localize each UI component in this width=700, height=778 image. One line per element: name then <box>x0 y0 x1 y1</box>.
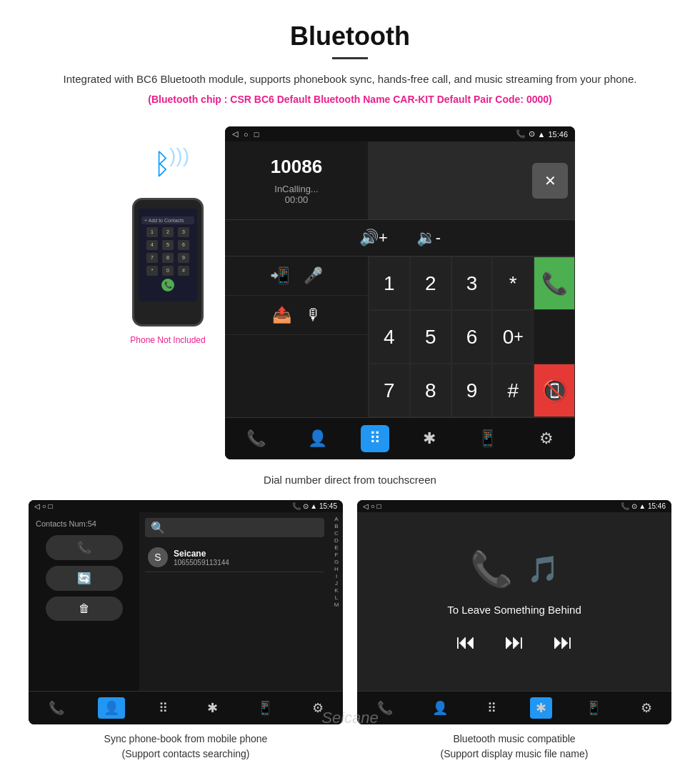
status-time: 15:46 <box>548 130 568 139</box>
key-3[interactable]: 3 <box>451 256 493 310</box>
bluetooth-icon-wrapper: ᛒ ))) <box>146 141 189 191</box>
contact-search-input[interactable] <box>165 523 307 533</box>
key-star[interactable]: * <box>492 256 534 310</box>
music-caption-text: Bluetooth music compatible(Support displ… <box>441 733 589 759</box>
key-7[interactable]: 7 <box>369 364 410 417</box>
keypad-left-row2: 📤 🎙 <box>225 296 368 335</box>
transfer-call-icon[interactable]: 📲 <box>270 266 289 285</box>
bottom-section: ◁ ○ □ 📞 ⊙ ▲ 15:45 Contacts Num:54 📞 🔄 🗑 <box>0 500 700 762</box>
nav-bluetooth-btn[interactable]: ✱ <box>414 425 444 452</box>
music-bottom-nav: 📞 👤 ⠿ ✱ 📱 ⚙ <box>357 691 671 724</box>
phone-key-0: 0 <box>162 266 174 276</box>
m-nav-keypad[interactable]: ⠿ <box>481 697 502 719</box>
c-nav-bluetooth[interactable]: ✱ <box>201 697 224 719</box>
call-green-button[interactable]: 📞 <box>534 256 575 310</box>
mic2-icon[interactable]: 🎙 <box>306 306 321 324</box>
location-icon: ⊙ <box>529 129 535 139</box>
alpha-j[interactable]: J <box>335 580 338 587</box>
nav-call-btn[interactable]: 📞 <box>238 425 274 452</box>
phone-out-icon[interactable]: 📤 <box>272 306 291 324</box>
c-nav-call[interactable]: 📞 <box>43 697 70 719</box>
nav-contacts-btn[interactable]: 👤 <box>299 425 336 452</box>
music-controls: ⏮ ⏭ ⏭ <box>456 630 573 654</box>
nav-keypad-btn[interactable]: ⠿ <box>361 425 389 452</box>
music-time: 15:46 <box>648 502 666 510</box>
android-dial-screen: ◁ ○ □ 📞 ⊙ ▲ 15:46 10086 InCalling... 00:… <box>225 126 575 459</box>
phone-image: + Add to Contacts 1 2 3 4 5 6 7 8 9 * <box>132 198 204 326</box>
phone-key-6: 6 <box>178 240 189 250</box>
contacts-status-bar: ◁ ○ □ 📞 ⊙ ▲ 15:45 <box>29 500 343 512</box>
alpha-m[interactable]: M <box>334 602 339 608</box>
keypad-area: 📲 🎤 📤 🎙 1 2 3 * 📞 4 5 <box>225 256 575 417</box>
music-status-left: ◁ ○ □ <box>363 502 381 510</box>
contact-item-seicane[interactable]: S Seicane 10655059113144 <box>145 543 324 572</box>
volume-up-button[interactable]: 🔊+ <box>359 229 388 247</box>
alpha-d[interactable]: D <box>334 537 339 544</box>
music-body: 📞 🎵 To Leave Something Behind ⏮ ⏭ ⏭ <box>357 512 671 691</box>
key-5[interactable]: 5 <box>410 310 451 364</box>
contacts-count: Contacts Num:54 <box>36 519 132 528</box>
alpha-a[interactable]: A <box>334 516 338 522</box>
dial-input-area: ✕ <box>368 141 575 219</box>
alpha-b[interactable]: B <box>334 523 338 529</box>
phone-aside: ᛒ ))) + Add to Contacts 1 2 3 4 5 6 7 8 <box>125 126 211 459</box>
key-1[interactable]: 1 <box>369 256 410 310</box>
prev-track-button[interactable]: ⏮ <box>456 630 476 654</box>
key-8[interactable]: 8 <box>410 364 451 417</box>
backspace-button[interactable]: ✕ <box>532 163 568 199</box>
m-nav-settings[interactable]: ⚙ <box>635 697 658 719</box>
alpha-l[interactable]: L <box>335 594 338 601</box>
contacts-status-right: 📞 ⊙ ▲ 15:45 <box>292 502 337 510</box>
c-nav-settings[interactable]: ⚙ <box>306 697 329 719</box>
alpha-i[interactable]: I <box>336 573 337 579</box>
alpha-c[interactable]: C <box>334 530 339 537</box>
m-nav-contacts[interactable]: 👤 <box>426 697 454 719</box>
alpha-f[interactable]: F <box>335 552 339 558</box>
m-nav-bluetooth[interactable]: ✱ <box>530 697 552 719</box>
status-right: 📞 ⊙ ▲ 15:46 <box>516 129 568 139</box>
next-track-button[interactable]: ⏭ <box>553 630 573 654</box>
search-icon: 🔍 <box>151 521 165 534</box>
play-pause-button[interactable]: ⏭ <box>504 630 524 654</box>
key-hash[interactable]: # <box>492 364 534 417</box>
alpha-bar: A B C D E F G H I J K L M <box>330 512 343 691</box>
contact-call-btn[interactable]: 📞 <box>46 535 123 560</box>
m-nav-call[interactable]: 📞 <box>371 697 399 719</box>
alpha-e[interactable]: E <box>334 544 338 551</box>
key-9[interactable]: 9 <box>451 364 493 417</box>
mic-icon[interactable]: 🎤 <box>304 266 323 285</box>
phone-key-7: 7 <box>146 253 158 263</box>
alpha-h[interactable]: H <box>334 566 339 572</box>
phone-key-2: 2 <box>162 227 174 237</box>
phone-call-btn[interactable]: 📞 <box>161 279 174 291</box>
phone-screen: + Add to Contacts 1 2 3 4 5 6 7 8 9 * <box>139 209 197 301</box>
contact-sync-btn[interactable]: 🔄 <box>46 566 123 591</box>
phone-keypad-row2: 4 5 6 <box>146 240 189 250</box>
key-0plus[interactable]: 0+ <box>492 310 534 364</box>
keypad-left-row1: 📲 🎤 <box>225 256 368 296</box>
key-4[interactable]: 4 <box>369 310 410 364</box>
end-call-button[interactable]: 📵 <box>534 364 575 417</box>
alpha-k[interactable]: K <box>334 587 338 594</box>
contacts-caption-text: Sync phone-book from mobile phone(Suppor… <box>104 733 268 759</box>
contact-search-bar[interactable]: 🔍 ← <box>145 518 324 537</box>
volume-down-button[interactable]: 🔉- <box>416 229 441 247</box>
call-icon: 📞 <box>541 271 568 296</box>
phone-bottom-row: 📞 <box>161 279 174 291</box>
phone-key-hash: # <box>178 266 189 276</box>
bottom-screens-row: ◁ ○ □ 📞 ⊙ ▲ 15:45 Contacts Num:54 📞 🔄 🗑 <box>0 500 700 762</box>
key-2[interactable]: 2 <box>410 256 451 310</box>
c-nav-phone[interactable]: 📱 <box>251 697 279 719</box>
music-status-right: 📞 ⊙ ▲ 15:46 <box>621 502 666 510</box>
contacts-screen: ◁ ○ □ 📞 ⊙ ▲ 15:45 Contacts Num:54 📞 🔄 🗑 <box>29 500 343 724</box>
c-nav-contacts[interactable]: 👤 <box>98 697 125 719</box>
alpha-g[interactable]: G <box>334 559 339 565</box>
key-6[interactable]: 6 <box>451 310 493 364</box>
clear-search-icon[interactable]: ← <box>307 522 319 534</box>
c-nav-keypad[interactable]: ⠿ <box>153 697 174 719</box>
nav-phone-btn[interactable]: 📱 <box>469 425 506 452</box>
m-nav-phone[interactable]: 📱 <box>580 697 607 719</box>
nav-settings-btn[interactable]: ⚙ <box>531 425 562 452</box>
contact-delete-btn[interactable]: 🗑 <box>46 597 123 621</box>
contacts-screen-wrapper: ◁ ○ □ 📞 ⊙ ▲ 15:45 Contacts Num:54 📞 🔄 🗑 <box>29 500 343 762</box>
